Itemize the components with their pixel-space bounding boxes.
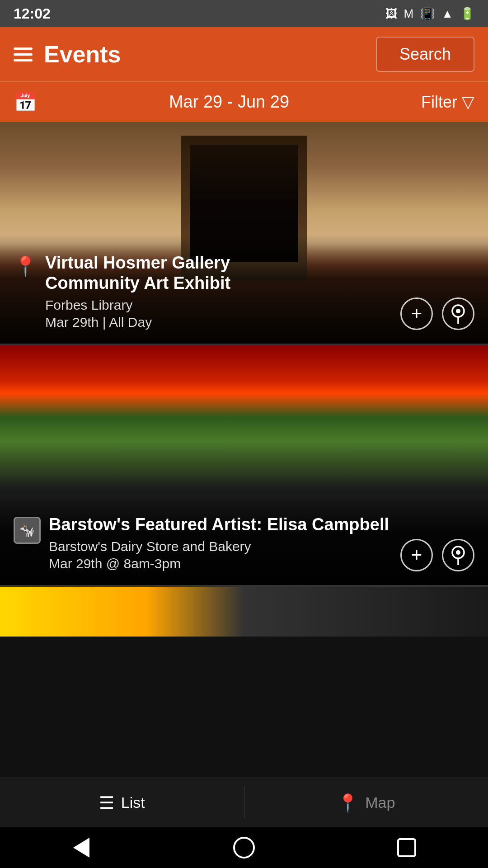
hamburger-line-3	[14, 59, 33, 61]
event-date-1: Mar 29th | All Day	[45, 315, 400, 330]
filter-button[interactable]: Filter ▽	[421, 93, 474, 112]
status-time: 12:02	[14, 5, 51, 22]
wifi-icon: ▲	[441, 7, 453, 21]
event-overlay-1: 📍 Virtual Hosmer GalleryCommunity Art Ex…	[0, 235, 488, 344]
app-bar: Events Search	[0, 27, 488, 81]
event-card-3[interactable]	[0, 587, 488, 637]
event-venue-1: Forbes Library	[45, 297, 400, 313]
email-icon: M	[404, 7, 414, 21]
event-title-1: Virtual Hosmer GalleryCommunity Art Exhi…	[45, 253, 400, 294]
recents-square-icon	[397, 838, 416, 857]
event-card-2[interactable]: 🐄 Barstow's Featured Artist: Elisa Campb…	[0, 345, 488, 585]
battery-icon: 🔋	[460, 7, 474, 21]
gallery-icon: 🖼	[385, 7, 397, 21]
hamburger-line-2	[14, 53, 33, 56]
filter-bar: 📅 Mar 29 - Jun 29 Filter ▽	[0, 81, 488, 122]
event-info-1: 📍 Virtual Hosmer GalleryCommunity Art Ex…	[14, 253, 400, 330]
status-icons: 🖼 M 📳 ▲ 🔋	[385, 7, 474, 21]
vibrate-icon: 📳	[420, 7, 435, 21]
status-bar: 12:02 🖼 M 📳 ▲ 🔋	[0, 0, 488, 27]
date-range: Mar 29 - Jun 29	[169, 92, 289, 112]
android-nav-bar	[0, 827, 488, 868]
app-bar-left: Events	[14, 41, 121, 68]
location-pin-icon: 📍	[14, 255, 37, 277]
event-image-3	[0, 587, 488, 637]
map-pin-button-2[interactable]	[442, 539, 474, 571]
calendar-icon[interactable]: 📅	[14, 91, 37, 113]
home-button[interactable]	[230, 834, 258, 861]
home-circle-icon	[233, 837, 255, 859]
filter-label: Filter	[421, 93, 457, 112]
event-title-2: Barstow's Featured Artist: Elisa Campbel…	[49, 514, 400, 535]
map-label: Map	[365, 794, 395, 811]
event-card[interactable]: 📍 Virtual Hosmer GalleryCommunity Art Ex…	[0, 122, 488, 344]
bottom-nav: ☰ List 📍 Map	[0, 778, 488, 827]
svg-point-1	[456, 309, 460, 313]
menu-button[interactable]	[14, 47, 33, 61]
event-text-2: Barstow's Featured Artist: Elisa Campbel…	[49, 514, 400, 571]
events-list: 📍 Virtual Hosmer GalleryCommunity Art Ex…	[0, 122, 488, 778]
event-actions-1: +	[400, 297, 474, 330]
event-venue-2: Barstow's Dairy Store and Bakery	[49, 539, 400, 554]
svg-point-4	[456, 550, 460, 555]
back-arrow-icon	[73, 838, 89, 858]
filter-icon: ▽	[462, 93, 474, 112]
event-actions-2: +	[400, 539, 474, 571]
list-icon: ☰	[99, 793, 114, 813]
list-label: List	[121, 794, 145, 811]
map-pin-button-1[interactable]	[442, 297, 474, 330]
map-icon: 📍	[337, 793, 358, 813]
stamp-icon: 🐄	[14, 517, 41, 544]
event-text-1: Virtual Hosmer GalleryCommunity Art Exhi…	[45, 253, 400, 330]
event-overlay-2: 🐄 Barstow's Featured Artist: Elisa Campb…	[0, 496, 488, 585]
app-title: Events	[44, 41, 121, 68]
map-nav-item[interactable]: 📍 Map	[244, 778, 488, 827]
search-button[interactable]: Search	[376, 37, 474, 72]
add-button-1[interactable]: +	[400, 297, 433, 330]
add-button-2[interactable]: +	[400, 539, 433, 571]
back-button[interactable]	[68, 834, 95, 861]
event-date-2: Mar 29th @ 8am-3pm	[49, 556, 400, 571]
recents-button[interactable]	[393, 834, 420, 861]
event-info-2: 🐄 Barstow's Featured Artist: Elisa Campb…	[14, 514, 400, 571]
hamburger-line-1	[14, 47, 33, 50]
list-nav-item[interactable]: ☰ List	[0, 778, 244, 827]
